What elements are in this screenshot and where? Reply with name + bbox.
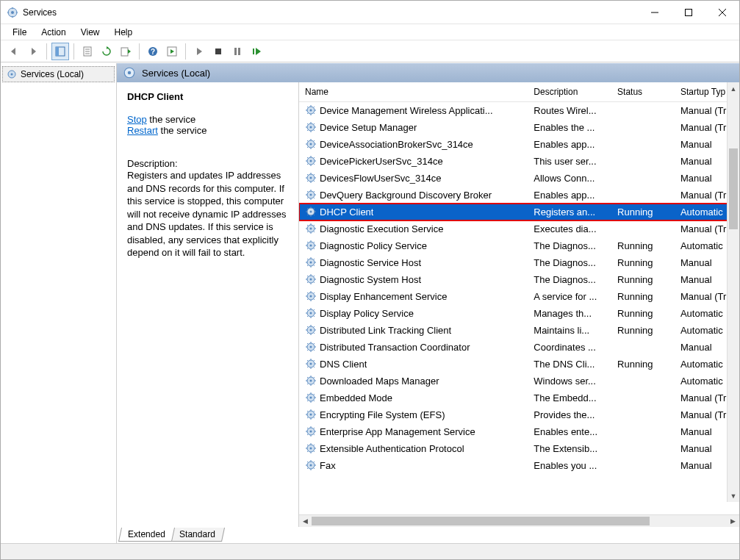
table-row[interactable]: DevicesFlowUserSvc_314ceAllows Conn...Ma… xyxy=(299,170,739,187)
svg-line-36 xyxy=(307,113,309,115)
table-row[interactable]: DevicePickerUserSvc_314ceThis user ser..… xyxy=(299,153,739,170)
refresh-button[interactable] xyxy=(98,43,115,60)
table-row[interactable]: Display Policy ServiceManages th...Runni… xyxy=(299,305,739,322)
vertical-scrollbar[interactable]: ▲ ▼ xyxy=(727,82,739,502)
table-row[interactable]: Downloaded Maps ManagerWindows ser...Aut… xyxy=(299,373,739,390)
svg-line-117 xyxy=(314,242,315,243)
help-button[interactable]: ? xyxy=(144,43,162,60)
service-status: Running xyxy=(611,288,675,305)
table-row[interactable]: DNS ClientThe DNS Cli...RunningAutomatic xyxy=(299,356,739,373)
service-description: Routes Wirel... xyxy=(528,102,611,119)
svg-line-146 xyxy=(307,299,309,301)
maximize-button[interactable] xyxy=(672,1,705,24)
table-row[interactable]: Diagnostic Service HostThe Diagnos...Run… xyxy=(299,254,739,271)
svg-line-76 xyxy=(307,181,309,182)
properties-button[interactable] xyxy=(79,43,96,60)
svg-line-226 xyxy=(307,434,309,436)
svg-line-234 xyxy=(307,445,309,446)
svg-line-144 xyxy=(307,292,309,294)
column-header-description[interactable]: Description xyxy=(528,82,611,102)
tab-standard[interactable]: Standard xyxy=(170,528,225,542)
table-row[interactable]: Distributed Link Tracking ClientMaintain… xyxy=(299,322,739,339)
export-list-button[interactable] xyxy=(117,43,134,60)
table-row[interactable]: Embedded ModeThe Embedd...Manual (Tr xyxy=(299,390,739,406)
svg-point-89 xyxy=(310,211,312,213)
table-row[interactable]: Device Setup ManagerEnables the ...Manua… xyxy=(299,119,739,136)
stop-service-link[interactable]: Stop xyxy=(127,114,147,125)
column-header-name[interactable]: Name xyxy=(299,82,528,102)
column-header-status[interactable]: Status xyxy=(611,82,675,102)
service-description: Enables the ... xyxy=(528,119,611,136)
scroll-down-arrow-icon[interactable]: ▼ xyxy=(728,489,739,502)
table-row[interactable]: Extensible Authentication ProtocolThe Ex… xyxy=(299,440,739,457)
close-button[interactable] xyxy=(705,1,739,24)
scroll-thumb[interactable] xyxy=(729,148,738,229)
service-status: Running xyxy=(611,305,675,322)
pause-service-button[interactable] xyxy=(229,43,246,60)
tab-extended[interactable]: Extended xyxy=(118,528,175,542)
start-service-button[interactable] xyxy=(190,43,208,60)
window-title: Services xyxy=(23,7,638,18)
service-description: Coordinates ... xyxy=(528,339,611,356)
svg-line-77 xyxy=(314,174,315,176)
svg-line-105 xyxy=(314,231,315,233)
gear-icon xyxy=(305,307,317,319)
status-bar xyxy=(1,543,739,559)
restart-service-button[interactable] xyxy=(248,43,265,60)
gear-icon xyxy=(305,138,317,150)
service-name: DevicesFlowUserSvc_314ce xyxy=(320,173,441,184)
scroll-left-arrow-icon[interactable]: ◀ xyxy=(299,517,312,525)
svg-point-79 xyxy=(310,194,312,196)
hscroll-thumb[interactable] xyxy=(312,517,650,525)
stop-service-button[interactable] xyxy=(209,43,227,60)
svg-line-54 xyxy=(307,140,309,142)
table-row[interactable]: FaxEnables you ...Manual xyxy=(299,457,739,474)
table-row[interactable]: DevQuery Background Discovery BrokerEnab… xyxy=(299,187,739,204)
service-name: DNS Client xyxy=(320,359,367,370)
forward-button[interactable] xyxy=(24,43,42,60)
service-name: Enterprise App Management Service xyxy=(320,426,475,437)
service-status xyxy=(611,423,675,440)
titlebar: Services xyxy=(1,1,739,24)
svg-rect-7 xyxy=(686,9,692,15)
hscroll-track[interactable] xyxy=(312,515,727,527)
menu-help[interactable]: Help xyxy=(107,26,140,39)
service-name: Diagnostic Policy Service xyxy=(320,240,427,251)
svg-line-157 xyxy=(314,309,315,311)
table-row[interactable]: Distributed Transaction CoordinatorCoord… xyxy=(299,339,739,356)
minimize-button[interactable] xyxy=(638,1,672,24)
table-row[interactable]: Diagnostic Execution ServiceExecutes dia… xyxy=(299,220,739,237)
svg-line-106 xyxy=(307,231,309,233)
table-row[interactable]: DeviceAssociationBrokerSvc_314ceEnables … xyxy=(299,136,739,153)
svg-line-145 xyxy=(314,299,315,301)
table-row[interactable]: Display Enhancement ServiceA service for… xyxy=(299,288,739,305)
table-row[interactable]: Device Management Wireless Applicati...R… xyxy=(299,102,739,119)
show-hide-action-pane-button[interactable] xyxy=(163,43,181,60)
service-status xyxy=(611,339,675,356)
scroll-up-arrow-icon[interactable]: ▲ xyxy=(728,82,739,95)
svg-line-175 xyxy=(314,350,315,351)
horizontal-scrollbar[interactable]: ◀ ▶ xyxy=(299,514,739,527)
service-status xyxy=(611,102,675,119)
scroll-right-arrow-icon[interactable]: ▶ xyxy=(727,517,739,525)
restart-service-link[interactable]: Restart xyxy=(127,125,158,136)
table-row[interactable]: Encrypting File System (EFS)Provides the… xyxy=(299,406,739,423)
svg-line-204 xyxy=(307,394,309,395)
menu-action[interactable]: Action xyxy=(34,26,73,39)
service-status xyxy=(611,119,675,136)
table-row[interactable]: Diagnostic System HostThe Diagnos...Runn… xyxy=(299,271,739,288)
svg-line-55 xyxy=(314,147,315,148)
service-description: This user ser... xyxy=(528,153,611,170)
menu-file[interactable]: File xyxy=(5,26,34,39)
show-hide-tree-button[interactable] xyxy=(51,43,69,60)
toolbar-separator xyxy=(139,43,140,60)
back-button[interactable] xyxy=(5,43,23,60)
menu-view[interactable]: View xyxy=(73,26,107,39)
tree-item-services-local[interactable]: Services (Local) xyxy=(2,66,115,82)
table-row[interactable]: DHCP ClientRegisters an...RunningAutomat… xyxy=(299,204,739,220)
table-row[interactable]: Enterprise App Management ServiceEnables… xyxy=(299,423,739,440)
gear-icon xyxy=(305,273,317,285)
table-row[interactable]: Diagnostic Policy ServiceThe Diagnos...R… xyxy=(299,237,739,254)
svg-line-166 xyxy=(307,333,309,334)
service-description: The Diagnos... xyxy=(528,254,611,271)
